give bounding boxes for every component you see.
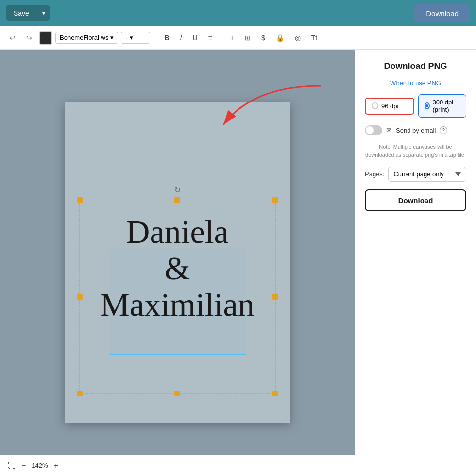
email-icon: ✉ <box>386 126 392 134</box>
undo-icon: ↩ <box>10 34 16 42</box>
dpi-300-option[interactable]: 300 dpi (print) <box>418 94 467 118</box>
canvas-area[interactable]: ↻ Daniela & Maximilian <box>0 50 355 476</box>
main-area: ↻ Daniela & Maximilian <box>0 50 476 476</box>
note-text: Note: Multiple canvases will be download… <box>365 143 466 159</box>
bold-button[interactable]: B <box>160 31 173 45</box>
handle-top-left[interactable] <box>77 197 83 203</box>
toolbar-divider-2 <box>221 32 221 44</box>
bold-icon: B <box>164 34 169 42</box>
circle-icon: ◎ <box>295 34 301 42</box>
handle-middle-right[interactable] <box>272 294 278 300</box>
dpi-96-label: 96 dpi <box>381 102 398 110</box>
save-button-group: Save ▾ <box>6 5 50 21</box>
font-name-label: BohemeFloral ws <box>60 34 108 41</box>
send-email-label: Send by email <box>396 127 436 134</box>
circle-button[interactable]: ◎ <box>291 31 305 45</box>
fullscreen-button[interactable]: ⛶ <box>8 461 16 470</box>
handle-top-right[interactable] <box>272 197 278 203</box>
dollar-button[interactable]: $ <box>257 31 269 45</box>
pages-row: Pages: Current page only <box>365 167 466 182</box>
dpi-96-radio <box>372 102 378 109</box>
undo-button[interactable]: ↩ <box>6 31 19 45</box>
help-icon[interactable]: ? <box>440 126 447 134</box>
handle-top-middle[interactable] <box>174 197 180 203</box>
redo-button[interactable]: ↪ <box>22 31 36 45</box>
canvas-document[interactable]: ↻ Daniela & Maximilian <box>65 102 290 423</box>
zoom-in-button[interactable]: + <box>54 461 58 470</box>
download-action-button[interactable]: Download <box>365 189 466 211</box>
panel-title: Download PNG <box>365 61 466 71</box>
font-size-label: - <box>125 34 127 41</box>
layers-icon: ⊞ <box>245 34 251 42</box>
zoom-level: 142% <box>32 462 48 469</box>
add-button[interactable]: + <box>226 31 238 45</box>
when-to-use-link[interactable]: When to use PNG <box>365 79 466 86</box>
italic-button[interactable]: I <box>176 31 186 45</box>
size-selector[interactable]: - ▾ <box>121 32 150 44</box>
pages-label: Pages: <box>365 170 384 178</box>
toolbar-divider-1 <box>155 32 155 44</box>
underline-button[interactable]: U <box>188 31 201 45</box>
plus-icon: + <box>54 461 58 470</box>
color-swatch[interactable] <box>39 31 52 45</box>
inner-selection <box>109 249 246 355</box>
send-email-row: ✉ Send by email ? <box>365 125 466 135</box>
dollar-icon: $ <box>261 34 265 42</box>
selection-container[interactable]: ↻ <box>79 200 276 394</box>
text-format-icon: Tt <box>311 34 317 42</box>
align-button[interactable]: ≡ <box>204 31 216 45</box>
email-toggle[interactable] <box>365 125 382 135</box>
minus-icon: − <box>21 461 26 470</box>
dpi-300-radio <box>425 102 430 109</box>
handle-bottom-right[interactable] <box>272 391 278 396</box>
align-icon: ≡ <box>208 34 212 42</box>
handle-middle-left[interactable] <box>77 294 83 300</box>
save-button[interactable]: Save <box>6 5 37 21</box>
top-toolbar: Save ▾ Download <box>0 0 476 26</box>
layers-button[interactable]: ⊞ <box>241 31 255 45</box>
secondary-toolbar: ↩ ↪ BohemeFloral ws ▾ - ▾ B I U ≡ + ⊞ $ … <box>0 26 476 50</box>
font-chevron-icon: ▾ <box>110 34 114 41</box>
fullscreen-icon: ⛶ <box>8 461 16 470</box>
dpi-96-option[interactable]: 96 dpi <box>365 98 414 115</box>
text-format-button[interactable]: Tt <box>307 31 321 45</box>
save-dropdown-button[interactable]: ▾ <box>37 6 50 20</box>
add-icon: + <box>230 34 234 42</box>
dpi-300-label: 300 dpi (print) <box>433 99 460 113</box>
font-selector[interactable]: BohemeFloral ws ▾ <box>55 32 118 44</box>
lock-button[interactable]: 🔒 <box>272 31 288 45</box>
zoom-out-button[interactable]: − <box>21 461 26 470</box>
handle-bottom-left[interactable] <box>77 391 83 396</box>
underline-icon: U <box>192 34 197 42</box>
dpi-options: 96 dpi 300 dpi (print) <box>365 94 466 118</box>
lock-icon: 🔒 <box>276 34 284 42</box>
size-chevron-down-icon: ▾ <box>130 34 133 41</box>
handle-bottom-middle[interactable] <box>174 391 180 396</box>
rotate-handle[interactable]: ↻ <box>174 186 181 195</box>
italic-icon: I <box>180 34 182 42</box>
right-panel: Download PNG When to use PNG 96 dpi 300 … <box>355 50 476 476</box>
redo-icon: ↪ <box>26 34 32 42</box>
pages-select[interactable]: Current page only <box>388 167 466 182</box>
download-button[interactable]: Download <box>414 4 470 22</box>
bottom-bar: ⛶ − 142% + <box>0 455 355 476</box>
